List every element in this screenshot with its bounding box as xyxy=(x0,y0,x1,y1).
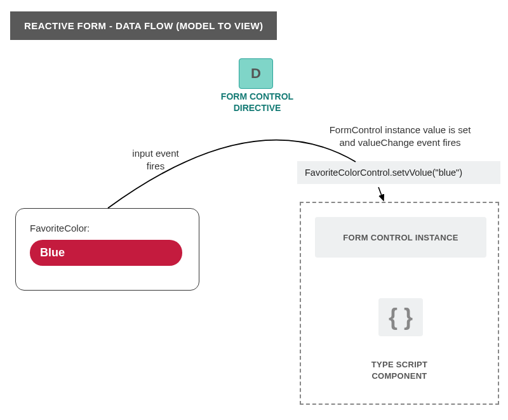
ts-label-line2: COMPONENT xyxy=(371,371,427,381)
directive-label-line1: FORM CONTROL xyxy=(221,91,293,102)
typescript-component-container: FORM CONTROL INSTANCE { } TYPE SCRIPT CO… xyxy=(300,202,499,405)
ts-label-line1: TYPE SCRIPT xyxy=(371,360,428,369)
braces-icon: { } xyxy=(378,298,423,336)
annotation-value-change: FormControl instance value is set and va… xyxy=(311,124,489,148)
annotation-value-change-line2: and valueChange event fires xyxy=(340,137,461,148)
form-control-instance-box: FORM CONTROL INSTANCE xyxy=(315,217,486,258)
directive-label: FORM CONTROL DIRECTIVE xyxy=(219,91,295,114)
directive-badge: D xyxy=(239,58,273,89)
directive-label-line2: DIRECTIVE xyxy=(234,103,281,113)
typescript-component-label: TYPE SCRIPT COMPONENT xyxy=(301,359,498,381)
view-input-card: FavoriteColor: Blue xyxy=(15,208,199,291)
code-statement-box: FavoriteColorControl.setvVolue("blue") xyxy=(297,161,500,184)
field-label: FavoriteColor: xyxy=(30,223,187,233)
diagram-title: REACTIVE FORM - DATA FLOW (MODEL TO VIEW… xyxy=(10,11,277,40)
favorite-color-input[interactable]: Blue xyxy=(30,240,182,266)
braces-glyph: { } xyxy=(389,304,413,331)
annotation-input-event-line1: input event xyxy=(132,148,178,159)
annotation-value-change-line1: FormControl instance value is set xyxy=(330,124,471,135)
annotation-input-event: input event fires xyxy=(114,147,197,172)
annotation-input-event-line2: fires xyxy=(147,161,164,171)
